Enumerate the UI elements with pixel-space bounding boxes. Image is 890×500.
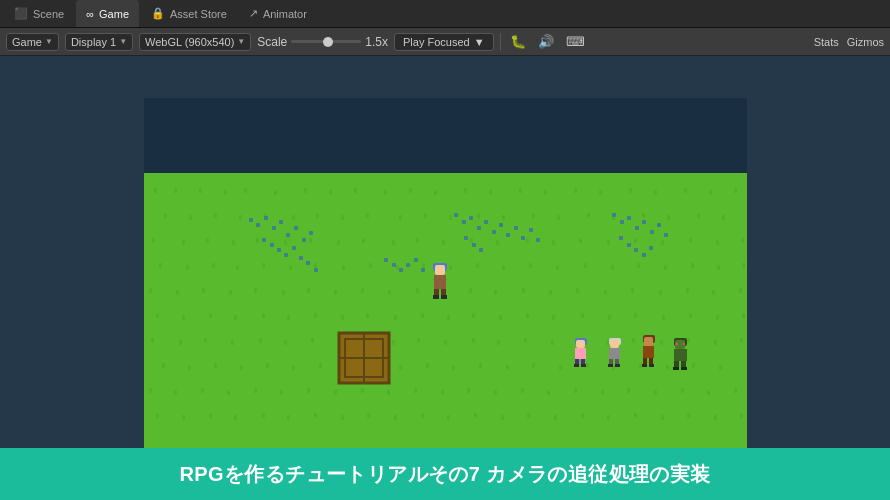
svg-rect-73 (236, 265, 239, 270)
svg-rect-184 (149, 388, 152, 393)
gizmos-label[interactable]: Gizmos (847, 36, 884, 48)
caption-bar: RPGを作るチュートリアルその7 カメラの追従処理の実装 (0, 448, 890, 500)
svg-rect-59 (470, 238, 473, 243)
svg-rect-97 (254, 288, 257, 293)
svg-rect-236 (294, 226, 298, 230)
game-dropdown[interactable]: Game ▼ (6, 33, 59, 51)
svg-rect-120 (262, 313, 265, 318)
svg-rect-127 (447, 315, 450, 320)
svg-rect-182 (692, 363, 695, 368)
game-dropdown-label: Game (12, 36, 42, 48)
svg-rect-115 (739, 288, 742, 293)
svg-rect-232 (264, 216, 268, 220)
svg-rect-158 (660, 340, 663, 345)
svg-rect-190 (307, 388, 310, 393)
svg-rect-309 (643, 346, 654, 358)
svg-rect-58 (442, 240, 445, 245)
svg-rect-128 (472, 313, 475, 318)
svg-rect-91 (717, 265, 720, 270)
svg-rect-14 (464, 188, 467, 193)
svg-rect-57 (416, 238, 419, 243)
svg-rect-52 (284, 240, 287, 245)
svg-rect-98 (282, 290, 285, 295)
scale-slider-thumb (323, 37, 333, 47)
svg-rect-316 (676, 343, 678, 345)
svg-rect-208 (182, 415, 185, 420)
svg-rect-149 (417, 338, 420, 343)
tab-asset-store[interactable]: 🔒 Asset Store (141, 0, 237, 27)
svg-rect-32 (341, 215, 344, 220)
game-scene-svg (144, 98, 747, 458)
svg-rect-69 (741, 238, 744, 243)
svg-rect-299 (581, 364, 586, 367)
svg-rect-255 (514, 226, 518, 230)
svg-rect-23 (709, 190, 712, 195)
svg-rect-21 (654, 190, 657, 195)
svg-rect-209 (209, 413, 212, 418)
svg-rect-228 (714, 415, 717, 420)
svg-rect-253 (499, 223, 503, 227)
tab-bar: ⬛ Scene ∞ Game 🔒 Asset Store ↗ Animator (0, 0, 890, 28)
tab-scene[interactable]: ⬛ Scene (4, 0, 74, 27)
svg-rect-33 (366, 213, 369, 218)
svg-rect-173 (452, 365, 455, 370)
svg-rect-201 (601, 390, 604, 395)
scale-slider[interactable] (291, 40, 361, 43)
svg-rect-183 (719, 365, 722, 370)
display-dropdown-label: Display 1 (71, 36, 116, 48)
svg-rect-279 (414, 258, 418, 262)
svg-rect-0 (144, 98, 747, 173)
stats-label[interactable]: Stats (814, 36, 839, 48)
svg-rect-108 (549, 290, 552, 295)
svg-rect-41 (587, 213, 590, 218)
svg-rect-260 (472, 243, 476, 247)
svg-rect-288 (434, 275, 446, 289)
svg-rect-112 (659, 290, 662, 295)
svg-rect-261 (479, 248, 483, 252)
svg-rect-206 (734, 388, 737, 393)
svg-rect-322 (681, 367, 687, 370)
svg-rect-220 (501, 415, 504, 420)
svg-rect-31 (316, 213, 319, 218)
svg-rect-171 (399, 365, 402, 370)
display-dropdown[interactable]: Display 1 ▼ (65, 33, 133, 51)
audio-icon-button[interactable]: 🔊 (535, 32, 557, 51)
webgl-dropdown-arrow: ▼ (237, 37, 245, 46)
svg-rect-212 (287, 415, 290, 420)
svg-rect-195 (441, 390, 444, 395)
svg-rect-10 (354, 188, 357, 193)
svg-rect-196 (467, 388, 470, 393)
svg-rect-248 (462, 220, 466, 224)
play-focused-button[interactable]: Play Focused ▼ (394, 33, 494, 51)
svg-rect-95 (202, 288, 205, 293)
bug-icon-button[interactable]: 🐛 (507, 32, 529, 51)
svg-rect-56 (392, 240, 395, 245)
svg-rect-65 (634, 238, 637, 243)
tab-game[interactable]: ∞ Game (76, 0, 139, 27)
webgl-dropdown[interactable]: WebGL (960x540) ▼ (139, 33, 251, 51)
tab-animator[interactable]: ↗ Animator (239, 0, 317, 27)
svg-rect-16 (519, 188, 522, 193)
svg-rect-70 (159, 263, 162, 268)
svg-rect-276 (392, 263, 396, 267)
svg-rect-164 (214, 363, 217, 368)
toolbar: Game ▼ Display 1 ▼ WebGL (960x540) ▼ Sca… (0, 28, 890, 56)
svg-rect-252 (492, 230, 496, 234)
svg-rect-93 (149, 288, 152, 293)
svg-rect-222 (554, 415, 557, 420)
svg-rect-15 (489, 190, 492, 195)
svg-rect-99 (307, 288, 310, 293)
svg-rect-152 (497, 340, 500, 345)
keyboard-icon-button[interactable]: ⌨ (563, 32, 588, 51)
display-dropdown-arrow: ▼ (119, 37, 127, 46)
game-viewport[interactable] (144, 98, 747, 458)
svg-rect-238 (309, 231, 313, 235)
svg-rect-66 (661, 240, 664, 245)
svg-rect-119 (234, 315, 237, 320)
svg-rect-271 (627, 243, 631, 247)
svg-rect-205 (707, 390, 710, 395)
svg-rect-148 (392, 340, 395, 345)
svg-rect-177 (559, 365, 562, 370)
svg-rect-287 (435, 265, 445, 275)
svg-rect-78 (369, 263, 372, 268)
